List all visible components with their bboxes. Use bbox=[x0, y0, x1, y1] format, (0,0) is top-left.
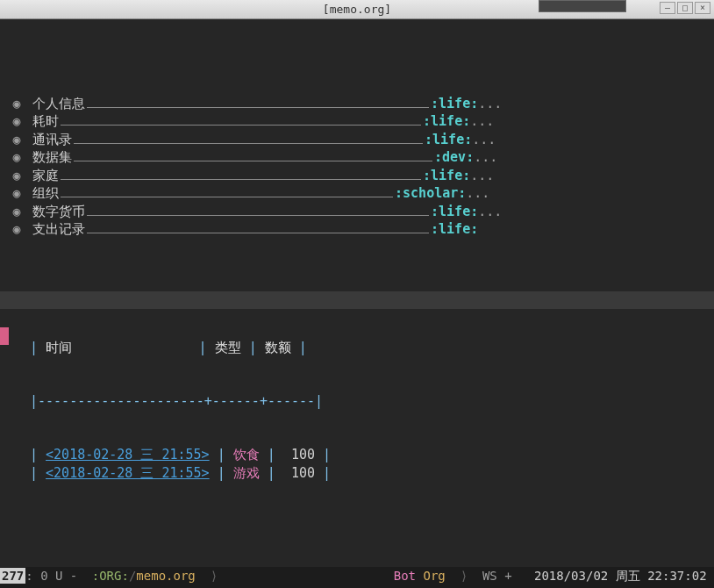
cursor-block bbox=[0, 327, 9, 345]
heading-title: 个人信息 bbox=[25, 95, 85, 112]
heading-filler bbox=[74, 130, 423, 144]
modeline-state: : 0 U - bbox=[25, 568, 77, 584]
heading-title: 通讯录 bbox=[25, 131, 72, 148]
echo-area bbox=[0, 584, 714, 588]
heading-tag: :dev: bbox=[434, 148, 474, 166]
heading-title: 支出记录 bbox=[25, 220, 85, 238]
cell-type: 游戏 bbox=[233, 464, 260, 483]
modeline-date: 2018/03/02 bbox=[534, 568, 608, 584]
cell-date[interactable]: <2018-02-28 三 21:55> bbox=[46, 464, 210, 483]
modeline-line-number: 277 bbox=[0, 568, 25, 584]
editor-area[interactable]: ◉ 个人信息:life:...◉ 耗时:life:...◉ 通讯录:life:.… bbox=[0, 19, 714, 567]
bullet-icon: ◉ bbox=[9, 167, 25, 184]
heading-filler bbox=[87, 202, 429, 216]
table-row[interactable]: | <2018-02-28 三 21:55> | 饮食 | 100 | bbox=[30, 446, 705, 464]
heading-tag: :life: bbox=[431, 220, 478, 238]
heading-title: 数字货币 bbox=[25, 203, 85, 220]
bullet-icon: ◉ bbox=[9, 131, 25, 148]
org-heading[interactable]: ◉ 耗时:life:... bbox=[9, 111, 705, 130]
heading-tag: :scholar: bbox=[395, 184, 466, 202]
minimize-button[interactable]: — bbox=[660, 2, 675, 14]
modeline-mode-tag: :ORG: bbox=[92, 568, 129, 584]
bullet-icon: ◉ bbox=[9, 220, 25, 238]
fold-ellipsis: ... bbox=[470, 167, 494, 184]
org-heading[interactable]: ◉ 支出记录:life: bbox=[9, 219, 705, 238]
bullet-icon: ◉ bbox=[9, 203, 25, 220]
org-heading[interactable]: ◉ 通讯录:life:... bbox=[9, 130, 705, 148]
heading-tag: :life: bbox=[423, 112, 470, 130]
modeline-path-sep: / bbox=[129, 568, 136, 584]
bullet-icon: ◉ bbox=[9, 148, 25, 166]
org-heading[interactable]: ◉ 数据集:dev:... bbox=[9, 147, 705, 166]
window-title: [memo.org] bbox=[323, 2, 391, 18]
cell-date[interactable]: <2018-02-28 三 21:55> bbox=[46, 446, 210, 464]
heading-filler bbox=[61, 111, 421, 125]
heading-filler bbox=[61, 183, 393, 197]
fold-ellipsis: ... bbox=[470, 112, 494, 130]
cell-amount: 100 bbox=[291, 464, 315, 483]
fold-ellipsis: ... bbox=[472, 131, 496, 148]
heading-title: 家庭 bbox=[25, 167, 59, 184]
window-controls: — □ × bbox=[660, 2, 710, 14]
org-heading[interactable]: ◉ 数字货币:life:... bbox=[9, 202, 705, 220]
heading-title: 组织 bbox=[25, 184, 59, 202]
org-headings: ◉ 个人信息:life:...◉ 耗时:life:...◉ 通讯录:life:.… bbox=[9, 94, 705, 238]
heading-tag: :life: bbox=[423, 167, 470, 184]
bullet-icon: ◉ bbox=[9, 184, 25, 202]
titlebar-remnant bbox=[539, 0, 626, 12]
fold-ellipsis: ... bbox=[478, 203, 502, 220]
cell-amount: 100 bbox=[291, 446, 315, 464]
heading-tag: :life: bbox=[431, 95, 478, 112]
fold-ellipsis: ... bbox=[474, 148, 497, 166]
heading-filler bbox=[87, 94, 429, 108]
heading-filler bbox=[61, 166, 421, 180]
table-row[interactable]: | <2018-02-28 三 21:55> | 游戏 | 100 | bbox=[30, 464, 705, 483]
fold-ellipsis: ... bbox=[466, 184, 489, 202]
org-heading[interactable]: ◉ 家庭:life:... bbox=[9, 166, 705, 184]
heading-filler bbox=[74, 147, 432, 161]
heading-filler bbox=[87, 219, 429, 233]
modeline-workspace: WS + bbox=[482, 568, 512, 584]
org-heading[interactable]: ◉ 个人信息:life:... bbox=[9, 94, 705, 112]
window-titlebar: [memo.org] — □ × bbox=[0, 0, 714, 19]
heading-title: 耗时 bbox=[25, 112, 59, 130]
heading-tag: :life: bbox=[431, 203, 478, 220]
maximize-button[interactable]: □ bbox=[677, 2, 693, 14]
heading-tag: :life: bbox=[425, 131, 472, 148]
modeline-time: 22:37:02 bbox=[647, 568, 706, 584]
bullet-icon: ◉ bbox=[9, 95, 25, 112]
modeline-filename: memo.org bbox=[136, 568, 195, 584]
cursor-line bbox=[0, 291, 714, 309]
modeline-position: Bot bbox=[394, 568, 416, 584]
heading-title: 数据集 bbox=[25, 148, 72, 166]
cell-type: 饮食 bbox=[233, 446, 260, 464]
close-button[interactable]: × bbox=[695, 2, 710, 14]
table-separator: |---------------------+------+------| bbox=[30, 392, 705, 411]
modeline-major-mode: Org bbox=[423, 568, 445, 584]
modeline-day: 周五 bbox=[616, 568, 640, 584]
org-table: | 时间 | 类型 | 数额 | |---------------------+… bbox=[30, 304, 705, 518]
fold-ellipsis: ... bbox=[478, 95, 502, 112]
bullet-icon: ◉ bbox=[9, 112, 25, 130]
org-heading[interactable]: ◉ 组织:scholar:... bbox=[9, 183, 705, 202]
modeline: 277 : 0 U - :ORG: / memo.org ⟩ Bot Org ⟩… bbox=[0, 567, 714, 584]
